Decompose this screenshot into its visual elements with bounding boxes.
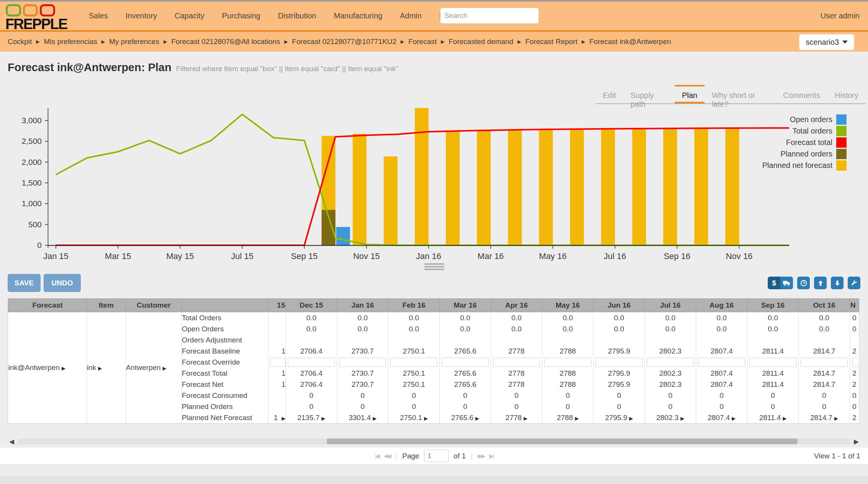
- chart-resize-handle[interactable]: [424, 263, 444, 271]
- measure-value: 2802.3: [656, 414, 679, 422]
- nav-item-capacity[interactable]: Capacity: [175, 11, 204, 20]
- override-input[interactable]: [493, 358, 540, 367]
- measure-value-cell: 0: [594, 390, 645, 401]
- measure-value: 2778: [506, 414, 522, 422]
- breadcrumb-item-forecast[interactable]: Forecast: [408, 37, 437, 46]
- item-cell[interactable]: ink▶: [87, 312, 126, 424]
- nav-item-inventory[interactable]: Inventory: [126, 11, 157, 20]
- scroll-right-icon[interactable]: ▶: [854, 438, 859, 446]
- tab-edit[interactable]: Edit: [596, 85, 623, 103]
- tab-comments[interactable]: Comments: [776, 85, 827, 103]
- customize-button[interactable]: [848, 277, 860, 289]
- override-input[interactable]: [339, 358, 386, 367]
- drill-value-cell[interactable]: 2807.4▶: [696, 412, 747, 424]
- override-input[interactable]: [698, 358, 745, 367]
- drill-value-cell[interactable]: 2811.4▶: [747, 412, 799, 424]
- logo-shape-green: [6, 4, 21, 16]
- drill-value-cell[interactable]: 3301.4▶: [337, 412, 388, 424]
- measure-value-cell: 0: [440, 401, 491, 412]
- page-number-input[interactable]: [424, 450, 449, 462]
- measure-value: 2778: [508, 380, 524, 388]
- customer-cell[interactable]: Antwerpen▶: [126, 312, 182, 424]
- prev-page-button[interactable]: ◀◀: [384, 453, 390, 460]
- override-input[interactable]: [749, 358, 796, 367]
- drill-value-cell[interactable]: 2778▶: [491, 412, 542, 424]
- override-cell: [799, 357, 850, 368]
- breadcrumb-item-forecast-report[interactable]: Forecast Report: [525, 37, 577, 46]
- measure-value: 2750.1: [403, 380, 425, 388]
- forecast-cell[interactable]: ink@Antwerpen▶: [8, 312, 87, 424]
- chevron-right-icon: ▶: [401, 39, 404, 44]
- scrollbar-thumb[interactable]: [327, 438, 798, 444]
- measure-value: 0.0: [511, 325, 521, 333]
- nav-item-sales[interactable]: Sales: [89, 11, 108, 20]
- measure-value-cell: 0.0: [337, 312, 388, 324]
- override-input[interactable]: [852, 358, 859, 367]
- override-input[interactable]: [647, 358, 693, 367]
- y-tick-label: 1,500: [21, 178, 42, 187]
- drill-value-cell[interactable]: 2765.6▶: [440, 412, 491, 424]
- next-page-button[interactable]: ▶▶: [478, 453, 484, 460]
- override-input[interactable]: [801, 358, 847, 367]
- scroll-left-icon[interactable]: ◀: [9, 438, 14, 446]
- units-quantity-button[interactable]: [780, 277, 793, 289]
- breadcrumb-item-forecast-02128077-10771ku2[interactable]: Forecast 02128077@10771KU2: [292, 37, 396, 46]
- undo-button[interactable]: UNDO: [44, 274, 81, 292]
- last-page-button[interactable]: ▶|: [489, 453, 493, 460]
- bar-planned-orders: [321, 210, 335, 245]
- units-currency-button[interactable]: $: [768, 277, 780, 289]
- override-input[interactable]: [270, 358, 286, 367]
- nav-item-distribution[interactable]: Distribution: [278, 11, 316, 20]
- tab-supply-path[interactable]: Supply path: [623, 85, 674, 103]
- measure-value-cell: 0.0: [747, 323, 799, 334]
- override-input[interactable]: [544, 358, 591, 367]
- drill-value-cell[interactable]: 2750.1▶: [388, 412, 440, 424]
- nav-item-purchasing[interactable]: Purchasing: [222, 11, 260, 20]
- move-down-button[interactable]: [831, 277, 844, 289]
- drill-value-cell[interactable]: 2788▶: [542, 412, 594, 424]
- override-input[interactable]: [442, 358, 488, 367]
- frepple-logo[interactable]: FREPPLE: [5, 3, 55, 29]
- tab-history[interactable]: History: [827, 85, 866, 103]
- page-title: Forecast ink@Antwerpen: Plan: [8, 61, 171, 74]
- override-input[interactable]: [390, 358, 437, 367]
- nav-item-manufacturing[interactable]: Manufacturing: [334, 11, 382, 20]
- first-page-button[interactable]: |◀: [375, 453, 379, 460]
- measure-value: 0: [720, 403, 724, 411]
- drill-value-cell[interactable]: 2135.7▶: [286, 412, 337, 424]
- search-input[interactable]: [440, 8, 539, 24]
- user-menu[interactable]: User admin: [821, 2, 860, 30]
- tab-plan[interactable]: Plan: [675, 85, 705, 103]
- drill-value-cell[interactable]: 2814.7▶: [799, 412, 850, 424]
- measure-value-cell: [542, 334, 594, 345]
- pager-divider: |: [395, 451, 397, 460]
- breadcrumb-item-mis-preferencias[interactable]: Mis preferencias: [44, 37, 97, 46]
- scenario-selector[interactable]: scenario3: [799, 34, 854, 50]
- breadcrumb-item-forecast-02128076-all-locations[interactable]: Forecast 02128076@All locations: [171, 37, 280, 46]
- tab-why-short-or-late[interactable]: Why short or late?: [705, 85, 776, 103]
- column-header-dec-15: Dec 15: [286, 299, 337, 312]
- scrollbar-track[interactable]: [18, 438, 850, 444]
- measure-value-cell: [337, 334, 388, 345]
- legend-item-forecast-total: Forecast total: [762, 137, 847, 148]
- save-button[interactable]: SAVE: [8, 274, 41, 292]
- chevron-right-icon: ▶: [582, 39, 585, 44]
- override-input[interactable]: [596, 358, 642, 367]
- override-input[interactable]: [288, 358, 334, 367]
- breadcrumb-item-forecast-ink-antwerpen[interactable]: Forecast ink@Antwerpen: [589, 37, 671, 46]
- move-up-button[interactable]: [814, 277, 827, 289]
- measure-value: 0.0: [357, 325, 367, 333]
- nav-item-admin[interactable]: Admin: [400, 11, 422, 20]
- override-cell: [747, 357, 799, 368]
- drill-value-cell[interactable]: 2795.9▶: [594, 412, 645, 424]
- clipped-right-cell: 0: [850, 401, 859, 412]
- measure-value-cell: 2795.9: [594, 368, 645, 379]
- chevron-right-icon: ▶: [163, 39, 167, 44]
- drill-value-cell[interactable]: 2802.3▶: [645, 412, 696, 424]
- breadcrumb-item-cockpit[interactable]: Cockpit: [8, 37, 32, 46]
- breadcrumb-item-forecasted-demand[interactable]: Forecasted demand: [449, 37, 513, 46]
- clipped-right-cell: 0: [850, 312, 859, 324]
- line-total-orders: [56, 114, 789, 245]
- breadcrumb-item-my-preferences[interactable]: My preferences: [109, 37, 159, 46]
- time-buckets-button[interactable]: [797, 277, 810, 289]
